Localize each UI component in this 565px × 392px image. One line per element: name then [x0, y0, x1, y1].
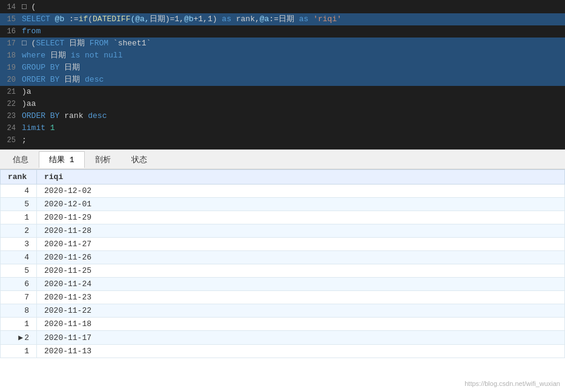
- table-row: 22020-11-17: [1, 331, 565, 345]
- tab-结果 1[interactable]: 结果 1: [39, 151, 85, 168]
- line-content: GROUP BY 日期: [22, 62, 565, 74]
- riqi-cell: 2020-12-02: [37, 185, 565, 198]
- line-number: 22: [0, 98, 22, 110]
- line-content: from: [22, 25, 565, 38]
- rank-cell: 8: [1, 304, 37, 318]
- riqi-cell: 2020-11-26: [37, 251, 565, 264]
- rank-cell: 2: [1, 224, 37, 238]
- line-content: SELECT @b :=if(DATEDIFF(@a,日期)=1,@b+1,1)…: [22, 13, 565, 25]
- line-content: ORDER BY rank desc: [22, 110, 565, 122]
- table-row: 22020-11-28: [1, 224, 565, 238]
- code-line: 24limit 1: [0, 122, 565, 134]
- code-line: 21)a: [0, 86, 565, 98]
- line-content: ORDER BY 日期 desc: [22, 74, 565, 86]
- table-row: 12020-11-13: [1, 345, 565, 358]
- table-row: 12020-11-18: [1, 318, 565, 331]
- tab-状态[interactable]: 状态: [121, 151, 157, 168]
- line-number: 16: [0, 25, 22, 38]
- watermark: https://blog.csdn.net/wifi_wuxian: [464, 380, 560, 387]
- line-content: limit 1: [22, 122, 565, 134]
- table-row: 42020-12-02: [1, 185, 565, 198]
- bottom-area: 信息结果 1剖析状态 rankriqi 42020-12-0252020-12-…: [0, 150, 565, 392]
- code-line: 14□ (: [0, 1, 565, 13]
- column-header-riqi: riqi: [37, 170, 565, 185]
- line-number: 18: [0, 50, 22, 62]
- rank-cell: 6: [1, 278, 37, 291]
- riqi-cell: 2020-11-18: [37, 318, 565, 331]
- code-line: 15SELECT @b :=if(DATEDIFF(@a,日期)=1,@b+1,…: [0, 13, 565, 25]
- line-number: 19: [0, 62, 22, 74]
- results-table: rankriqi 42020-12-0252020-12-0112020-11-…: [0, 169, 565, 358]
- riqi-cell: 2020-11-13: [37, 345, 565, 358]
- riqi-cell: 2020-11-28: [37, 224, 565, 238]
- line-number: 15: [0, 13, 22, 25]
- riqi-cell: 2020-11-24: [37, 278, 565, 291]
- rank-cell: 3: [1, 238, 37, 251]
- table-row: 82020-11-22: [1, 304, 565, 318]
- main-container: 14□ (15SELECT @b :=if(DATEDIFF(@a,日期)=1,…: [0, 0, 565, 392]
- rank-cell: 5: [1, 198, 37, 211]
- riqi-cell: 2020-11-22: [37, 304, 565, 318]
- rank-cell: 1: [1, 318, 37, 331]
- table-row: 62020-11-24: [1, 278, 565, 291]
- line-number: 23: [0, 110, 22, 122]
- table-row: 42020-11-26: [1, 251, 565, 264]
- line-number: 25: [0, 134, 22, 146]
- line-number: 14: [0, 1, 22, 13]
- rank-cell: 1: [1, 345, 37, 358]
- line-content: ;: [22, 134, 565, 146]
- line-content: where 日期 is not null: [22, 50, 565, 62]
- code-line: 23ORDER BY rank desc: [0, 110, 565, 122]
- code-line: 17□ (SELECT 日期 FROM `sheet1`: [0, 38, 565, 50]
- code-line: 25;: [0, 134, 565, 146]
- line-number: 17: [0, 38, 22, 50]
- table-row: 52020-11-25: [1, 264, 565, 278]
- rank-cell: 2: [1, 331, 37, 345]
- rank-cell: 4: [1, 251, 37, 264]
- code-lines: 14□ (15SELECT @b :=if(DATEDIFF(@a,日期)=1,…: [0, 0, 565, 148]
- tabs-bar: 信息结果 1剖析状态: [0, 150, 565, 169]
- line-content: □ (: [22, 1, 565, 13]
- line-content: )aa: [22, 98, 565, 110]
- riqi-cell: 2020-11-25: [37, 264, 565, 278]
- line-number: 20: [0, 74, 22, 86]
- line-content: □ (SELECT 日期 FROM `sheet1`: [22, 38, 565, 50]
- line-content: )a: [22, 86, 565, 98]
- table-row: 12020-11-29: [1, 211, 565, 224]
- table-row: 52020-12-01: [1, 198, 565, 211]
- tab-剖析[interactable]: 剖析: [85, 151, 121, 168]
- riqi-cell: 2020-11-17: [37, 331, 565, 345]
- results-area[interactable]: rankriqi 42020-12-0252020-12-0112020-11-…: [0, 169, 565, 392]
- line-number: 21: [0, 86, 22, 98]
- rank-cell: 1: [1, 211, 37, 224]
- table-row: 72020-11-23: [1, 291, 565, 304]
- table-row: 32020-11-27: [1, 238, 565, 251]
- tab-信息[interactable]: 信息: [2, 151, 39, 168]
- code-line: 22)aa: [0, 98, 565, 110]
- riqi-cell: 2020-11-27: [37, 238, 565, 251]
- rank-cell: 5: [1, 264, 37, 278]
- riqi-cell: 2020-12-01: [37, 198, 565, 211]
- rank-cell: 7: [1, 291, 37, 304]
- code-line: 16from: [0, 25, 565, 38]
- code-line: 20ORDER BY 日期 desc: [0, 74, 565, 86]
- code-editor: 14□ (15SELECT @b :=if(DATEDIFF(@a,日期)=1,…: [0, 0, 565, 150]
- rank-cell: 4: [1, 185, 37, 198]
- column-header-rank: rank: [1, 170, 37, 185]
- code-line: 19GROUP BY 日期: [0, 62, 565, 74]
- riqi-cell: 2020-11-23: [37, 291, 565, 304]
- riqi-cell: 2020-11-29: [37, 211, 565, 224]
- code-line: 18where 日期 is not null: [0, 50, 565, 62]
- line-number: 24: [0, 122, 22, 134]
